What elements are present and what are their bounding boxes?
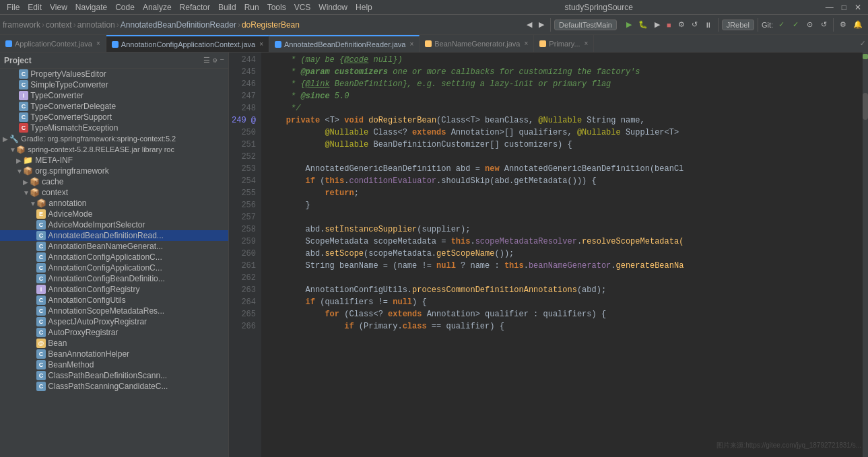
tree-item-typeconverterdelegate[interactable]: C TypeConverterDelegate bbox=[0, 101, 228, 112]
settings-button[interactable]: ⚙ bbox=[837, 19, 849, 30]
tree-label: AnnotationScopeMetadataRes... bbox=[48, 306, 164, 316]
line-num-249: 249 @ bbox=[229, 114, 256, 127]
line-num-262: 262 bbox=[229, 272, 256, 284]
tree-item-beanannotationhelper[interactable]: C BeanAnnotationHelper bbox=[0, 349, 228, 359]
class-icon-c: C bbox=[36, 220, 46, 230]
tree-item-cache[interactable]: ▶ 📦 cache bbox=[0, 176, 228, 187]
tree-item-annotationbeannamegenerator[interactable]: C AnnotationBeanNameGenerat... bbox=[0, 241, 228, 252]
tree-item-propertyvalueseditor[interactable]: C PropertyValuesEditor bbox=[0, 69, 228, 79]
tree-item-annotationscopemetadata[interactable]: C AnnotationScopeMetadataRes... bbox=[0, 306, 228, 316]
breadcrumb-framework[interactable]: framework bbox=[3, 20, 40, 30]
menu-item-navigate[interactable]: Navigate bbox=[71, 3, 111, 12]
tree-label: Bean bbox=[48, 339, 67, 348]
breadcrumb-class[interactable]: AnnotatedBeanDefinitionReader bbox=[121, 20, 236, 30]
run-config-dropdown[interactable]: DefaultTestMain bbox=[554, 20, 617, 30]
menu-item-build[interactable]: Build bbox=[214, 3, 240, 12]
menu-item-window[interactable]: Window bbox=[314, 3, 352, 12]
tree-item-annotationconfigutils[interactable]: C AnnotationConfigUtils bbox=[0, 295, 228, 306]
window-minimize[interactable]: — bbox=[822, 3, 838, 12]
tree-item-classpathbeandefinitionscanner[interactable]: C ClassPathBeanDefinitionScann... bbox=[0, 370, 228, 381]
stop-button[interactable]: ■ bbox=[664, 20, 674, 30]
sidebar-btn-gear[interactable]: ⚙ bbox=[213, 56, 218, 65]
breadcrumb-context[interactable]: context bbox=[46, 20, 72, 30]
tree-item-simpletypeconverter[interactable]: C SimpleTypeConverter bbox=[0, 79, 228, 90]
debug-button[interactable]: 🐛 bbox=[636, 19, 650, 30]
tab-close-primary[interactable]: × bbox=[585, 40, 589, 47]
tree-item-annotation[interactable]: ▼ 📦 annotation bbox=[0, 198, 228, 209]
menu-item-analyze[interactable]: Analyze bbox=[139, 3, 176, 12]
tree-item-advicemode[interactable]: E AdviceMode bbox=[0, 209, 228, 219]
tab-primary[interactable]: Primary... × bbox=[534, 35, 594, 52]
git-checkmark[interactable]: ✓ bbox=[776, 19, 787, 30]
run-button[interactable]: ▶ bbox=[624, 19, 634, 30]
build-button[interactable]: ⚙ bbox=[675, 19, 688, 30]
window-maximize[interactable]: □ bbox=[838, 3, 850, 12]
back-button[interactable]: ◀ bbox=[524, 19, 535, 30]
line-num-251: 251 bbox=[229, 139, 256, 151]
code-line-264: if (qualifiers != null) { bbox=[267, 296, 863, 308]
vertical-scrollbar[interactable] bbox=[863, 52, 868, 457]
run-with-coverage[interactable]: ▶ bbox=[652, 19, 663, 30]
menu-item-view[interactable]: View bbox=[46, 3, 71, 12]
tree-item-classpathscanningcandidatec[interactable]: C ClassPathScanningCandidateC... bbox=[0, 381, 228, 392]
notifications-button[interactable]: 🔔 bbox=[850, 19, 865, 30]
tree-item-bean[interactable]: @ Bean bbox=[0, 338, 228, 349]
menu-item-help[interactable]: Help bbox=[352, 3, 376, 12]
tab-close-beannamegen[interactable]: × bbox=[524, 40, 528, 47]
tree-item-typemismatchexception[interactable]: C TypeMismatchException bbox=[0, 122, 228, 133]
jrebel-button[interactable]: JRebel bbox=[722, 20, 754, 30]
tab-applicationcontext[interactable]: ApplicationContext.java × bbox=[0, 35, 106, 52]
tree-item-annotationconfigbeandefinition[interactable]: C AnnotationConfigBeanDefinitio... bbox=[0, 273, 228, 284]
tree-item-annotationconfigregistry[interactable]: I AnnotationConfigRegistry bbox=[0, 284, 228, 295]
tree-label: TypeConverterDelegate bbox=[30, 102, 116, 111]
tab-annotatedbeandefinitionreader[interactable]: AnnotatedBeanDefinitionReader.java × bbox=[269, 35, 420, 52]
window-close[interactable]: ✕ bbox=[850, 3, 865, 12]
menu-item-run[interactable]: Run bbox=[240, 3, 263, 12]
code-line-261: String beanName = (name != null ? name :… bbox=[267, 260, 863, 272]
tree-item-org-springframework[interactable]: ▼ 📦 org.springframework bbox=[0, 166, 228, 176]
git-history[interactable]: ⊙ bbox=[804, 19, 815, 30]
sidebar-btn-settings[interactable]: ☰ bbox=[203, 56, 210, 65]
tree-item-advicemodeimportselector[interactable]: C AdviceModeImportSelector bbox=[0, 219, 228, 230]
tab-annotationconfigapplicationcontext[interactable]: AnnotationConfigApplicationContext.java … bbox=[106, 35, 269, 52]
breadcrumb-method[interactable]: doRegisterBean bbox=[242, 20, 300, 30]
sidebar-btn-minus[interactable]: − bbox=[220, 56, 224, 65]
menu-item-file[interactable]: File bbox=[3, 3, 24, 12]
tab-beannamegenerator[interactable]: BeanNameGenerator.java × bbox=[420, 35, 534, 52]
menu-item-edit[interactable]: Edit bbox=[24, 3, 46, 12]
tree-item-gradle-spring-context[interactable]: ▶ 🔧 Gradle: org.springframework:spring-c… bbox=[0, 133, 228, 144]
pause-button[interactable]: ⏸ bbox=[702, 20, 714, 30]
menu-item-tools[interactable]: Tools bbox=[263, 3, 290, 12]
tree-item-typeconvertersupport[interactable]: C TypeConverterSupport bbox=[0, 112, 228, 122]
tree-label: annotation bbox=[48, 199, 86, 208]
tree-label: AdviceMode bbox=[48, 209, 92, 219]
editor-status-indicator bbox=[863, 54, 868, 59]
gradle-icon: 🔧 bbox=[9, 135, 19, 143]
menu-item-vcs[interactable]: VCS bbox=[290, 3, 315, 12]
breadcrumb-annotation[interactable]: annotation bbox=[77, 20, 115, 30]
toolbar-separator-2 bbox=[718, 18, 719, 32]
git-revert[interactable]: ↺ bbox=[818, 19, 830, 30]
tree-item-annotatedbeandefinitionreader[interactable]: C AnnotatedBeanDefinitionRead... bbox=[0, 230, 228, 241]
tree-item-autoproxyregistrar[interactable]: C AutoProxyRegistrar bbox=[0, 327, 228, 338]
main-layout: Project ☰ ⚙ − C PropertyValuesEditor C S… bbox=[0, 52, 868, 457]
tree-item-annotationconfigapplicationcontext1[interactable]: C AnnotationConfigApplicationC... bbox=[0, 252, 228, 262]
tree-item-context[interactable]: ▼ 📦 context bbox=[0, 187, 228, 198]
tab-close-applicationcontext[interactable]: × bbox=[96, 40, 100, 47]
code-line-265: for (Class<? extends Annotation> qualifi… bbox=[267, 308, 863, 320]
tree-item-aspectjautoproxyregistrar[interactable]: C AspectJAutoProxyRegistrar bbox=[0, 316, 228, 327]
tree-item-meta-inf[interactable]: ▶ 📁 META-INF bbox=[0, 155, 228, 166]
tab-close-annotatedbeandef[interactable]: × bbox=[409, 40, 413, 48]
tab-close-annotationconfig[interactable]: × bbox=[259, 40, 263, 48]
tree-item-beanmethod[interactable]: C BeanMethod bbox=[0, 359, 228, 370]
code-area[interactable]: * (may be {@code null}) * @param customi… bbox=[261, 52, 863, 457]
scrollbar-thumb[interactable] bbox=[863, 93, 868, 120]
forward-button[interactable]: ▶ bbox=[536, 19, 547, 30]
git-sync[interactable]: ✓ bbox=[790, 19, 801, 30]
tree-item-spring-context-jar[interactable]: ▼ 📦 spring-context-5.2.8.RELEASE.jar lib… bbox=[0, 144, 228, 155]
menu-item-code[interactable]: Code bbox=[111, 3, 139, 12]
rerun-button[interactable]: ↺ bbox=[689, 19, 700, 30]
menu-item-refactor[interactable]: Refactor bbox=[176, 3, 214, 12]
tree-item-typeconverter[interactable]: I TypeConverter bbox=[0, 90, 228, 101]
tree-item-annotationconfigapplicationcontext2[interactable]: C AnnotationConfigApplicationC... bbox=[0, 262, 228, 273]
